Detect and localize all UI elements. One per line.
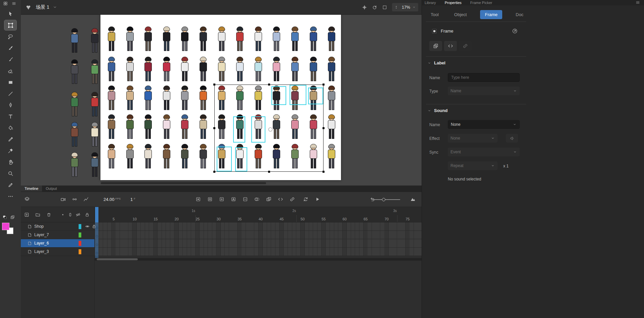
selection-tool[interactable] [4, 9, 16, 19]
character-sprite[interactable] [216, 57, 227, 83]
selection-handle[interactable] [323, 84, 325, 86]
character-sprite[interactable] [124, 26, 136, 53]
toolbar-menu-icon[interactable] [12, 1, 16, 6]
lasso-tool[interactable] [4, 32, 16, 42]
highlight-layers-toggle[interactable] [60, 212, 65, 217]
layer-row-layer-6[interactable]: Layer_6 [21, 239, 94, 248]
insert-blank-keyframe-button[interactable] [207, 197, 213, 202]
edit-multiple-frames-button[interactable] [266, 197, 271, 202]
character-sprite[interactable] [198, 57, 209, 83]
layer-name[interactable]: Shop [34, 224, 44, 229]
loop-playback-button[interactable] [303, 197, 308, 202]
selected-object-highlight[interactable] [308, 88, 323, 104]
selected-object-highlight[interactable] [217, 147, 232, 171]
selection-handle[interactable] [213, 127, 215, 129]
properties-tab-doc[interactable]: Doc [514, 10, 525, 19]
play-button[interactable] [315, 197, 320, 202]
character-sprite[interactable] [142, 26, 154, 53]
character-sprite[interactable] [142, 144, 154, 170]
layer-color-chip[interactable] [79, 232, 81, 237]
selected-object-highlight[interactable] [271, 86, 286, 105]
character-sprite[interactable] [89, 59, 100, 86]
character-sprite[interactable] [308, 26, 319, 53]
properties-tab-frame[interactable]: Frame [480, 10, 502, 19]
character-sprite[interactable] [69, 122, 80, 148]
scrollbar-thumb[interactable] [101, 182, 266, 184]
sound-collapse-icon[interactable] [427, 109, 431, 113]
free-transform-tool[interactable] [4, 20, 16, 30]
character-sprite[interactable] [326, 86, 337, 112]
timeline-zoom-knob[interactable] [382, 198, 385, 201]
auto-keyframe-button[interactable] [231, 197, 236, 202]
outline-layers-toggle[interactable] [68, 212, 73, 217]
text-tool[interactable] [4, 111, 16, 121]
layer-color-chip[interactable] [79, 224, 81, 229]
character-sprite[interactable] [89, 28, 100, 54]
character-sprite[interactable] [142, 114, 154, 141]
layer-parenting-icon[interactable] [72, 197, 77, 202]
character-sprite[interactable] [179, 86, 190, 112]
panel-tab-properties[interactable]: Properties [445, 1, 462, 5]
character-sprite[interactable] [198, 114, 209, 141]
character-sprite[interactable] [308, 57, 319, 83]
character-sprite[interactable] [198, 26, 209, 53]
layer-depth-icon[interactable] [83, 197, 89, 202]
zoom-level-stepper[interactable]: 17% [392, 3, 418, 11]
character-sprite[interactable] [124, 144, 136, 170]
pasteboard[interactable] [21, 15, 422, 186]
swap-symbol-button[interactable] [429, 41, 442, 51]
selection-handle[interactable] [323, 171, 325, 173]
workspace-grid-icon[interactable] [3, 1, 8, 6]
character-sprite[interactable] [124, 86, 136, 112]
eraser-tool[interactable] [4, 66, 16, 76]
layer-frame-row[interactable] [95, 239, 422, 248]
sound-name-select[interactable]: None [448, 120, 520, 129]
character-sprite[interactable] [253, 57, 264, 83]
stage-canvas[interactable] [100, 15, 341, 180]
frame-rate-stepper[interactable]: 24.00 FPS [103, 197, 121, 202]
character-sprite[interactable] [142, 57, 154, 83]
properties-tab-tool[interactable]: Tool [429, 10, 441, 19]
character-sprite[interactable] [289, 26, 301, 53]
playhead[interactable] [95, 207, 98, 258]
selection-handle[interactable] [268, 171, 270, 173]
character-sprite[interactable] [161, 144, 172, 170]
selection-handle[interactable] [323, 127, 325, 129]
insert-keyframe-button[interactable] [196, 197, 201, 202]
character-sprite[interactable] [326, 144, 337, 170]
timeline-tab-output[interactable]: Output [42, 186, 60, 192]
character-sprite[interactable] [69, 28, 80, 54]
character-sprite[interactable] [69, 152, 80, 178]
selection-handle[interactable] [268, 84, 270, 86]
zoom-level-value[interactable]: 17% [400, 5, 410, 10]
paint-bucket-tool[interactable] [4, 123, 16, 133]
character-sprite[interactable] [326, 114, 337, 141]
character-sprite[interactable] [124, 114, 136, 141]
character-sprite[interactable] [89, 152, 100, 178]
transform-center-point[interactable] [269, 128, 272, 131]
label-name-input[interactable] [448, 73, 520, 82]
character-sprite[interactable] [234, 26, 246, 53]
panel-tab-library[interactable]: Library [425, 1, 436, 5]
frame-view-options-icon[interactable] [410, 197, 416, 202]
insert-frame-button[interactable] [219, 197, 224, 202]
character-sprite[interactable] [253, 26, 264, 53]
layer-row-layer-7[interactable]: Layer_7 [21, 231, 94, 239]
character-sprite[interactable] [179, 57, 190, 83]
more-tools[interactable] [4, 191, 16, 201]
character-sprite[interactable] [124, 57, 136, 83]
fill-color-swatch[interactable] [2, 223, 9, 230]
layer-color-chip[interactable] [79, 249, 81, 254]
character-sprite[interactable] [106, 114, 117, 141]
frame-code-button[interactable] [444, 41, 457, 51]
character-sprite[interactable] [161, 57, 172, 83]
character-sprite[interactable] [216, 26, 227, 53]
scene-name[interactable]: 场景 1 [36, 4, 49, 10]
swap-colors-icon[interactable] [10, 215, 15, 219]
panel-tab-frame-picker[interactable]: Frame Picker [470, 1, 492, 5]
character-sprite[interactable] [289, 57, 301, 83]
selected-object-highlight[interactable] [251, 116, 265, 143]
character-sprite[interactable] [69, 92, 80, 118]
delete-layer-button[interactable] [46, 212, 51, 217]
character-sprite[interactable] [142, 86, 154, 112]
